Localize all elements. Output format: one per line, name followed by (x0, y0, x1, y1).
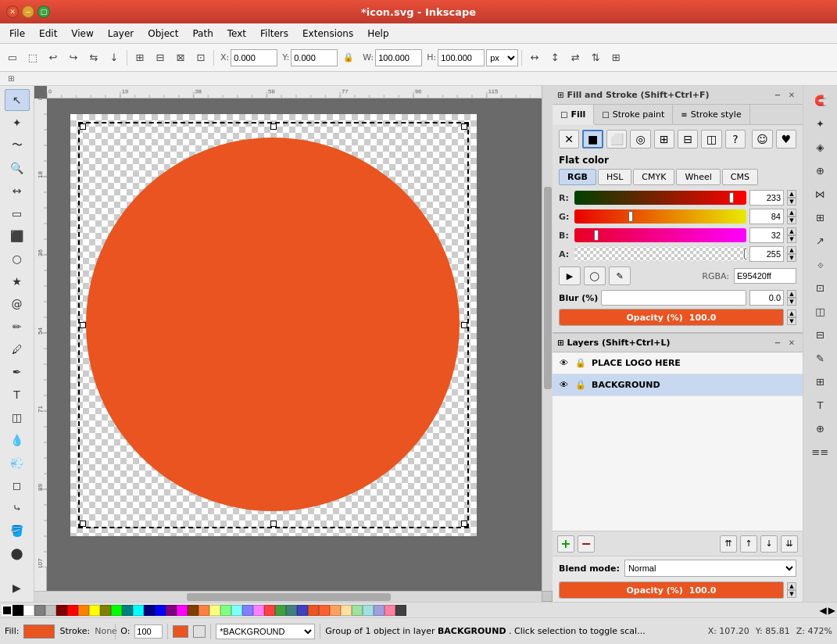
layer-eye-bg[interactable]: 👁 (557, 379, 570, 392)
transform-btn-1[interactable]: ↔ (525, 48, 544, 67)
menu-filters[interactable]: Filters (254, 27, 295, 41)
stop-btn[interactable]: ◯ (584, 267, 606, 285)
palette-dark-gray[interactable] (395, 605, 406, 616)
palette-pale-green[interactable] (352, 605, 363, 616)
palette-ubuntu-orange[interactable] (308, 605, 319, 616)
opacity-slider[interactable]: Opacity (%) 100.0 (559, 309, 784, 326)
tool-calligraphy[interactable]: ✒ (5, 361, 30, 383)
palette-peach[interactable] (330, 605, 341, 616)
tool-fill[interactable]: 🪣 (5, 520, 30, 542)
palette-olive[interactable] (100, 605, 111, 616)
layer-select[interactable]: *BACKGROUND PLACE LOGO HERE (216, 624, 315, 639)
eyedropper-btn[interactable]: ✎ (609, 267, 631, 285)
palette-blue[interactable] (155, 605, 166, 616)
tool-pen[interactable]: 🖊 (5, 338, 30, 360)
layer-eye-logo[interactable]: 👁 (557, 357, 570, 370)
toolbar-icon-2[interactable]: ⬚ (23, 48, 42, 67)
handle-mr[interactable] (461, 322, 467, 328)
fill-stroke-minimize[interactable]: − (771, 89, 784, 102)
snap-btn-15[interactable]: ⊕ (808, 417, 833, 439)
snap-btn-13[interactable]: ⊞ (808, 370, 833, 392)
menu-text[interactable]: Text (221, 27, 252, 41)
fill-pattern-btn[interactable]: ⊟ (678, 130, 698, 148)
palette-green[interactable] (111, 605, 122, 616)
tool-pencil[interactable]: ✏ (5, 316, 30, 338)
w-input[interactable] (375, 49, 422, 66)
tool-gradient[interactable]: ◫ (5, 406, 30, 428)
toolbar-icon-5[interactable]: ⇆ (84, 48, 103, 67)
minimize-button[interactable]: − (22, 5, 34, 18)
snap-btn-12[interactable]: ✎ (808, 347, 833, 369)
tool-zoom[interactable]: 🔍 (5, 157, 30, 179)
palette-lt-cyan[interactable] (231, 605, 242, 616)
fill-stroke-close[interactable]: ✕ (785, 89, 798, 102)
layer-to-top-btn[interactable]: ⇈ (720, 535, 737, 553)
grid-btn[interactable]: ⊞ (606, 48, 625, 67)
tool-node[interactable]: ✦ (5, 112, 30, 134)
palette-yellow[interactable] (89, 605, 100, 616)
close-button[interactable]: ✕ (6, 5, 19, 18)
r-slider[interactable] (574, 191, 746, 205)
snap-btn-2[interactable]: ✦ (808, 113, 833, 134)
blur-up[interactable]: ▲ (787, 290, 796, 298)
snap-btn-4[interactable]: ⊕ (808, 159, 833, 181)
mode-hsl[interactable]: HSL (598, 169, 631, 185)
fill-linear-btn[interactable]: ⬜ (606, 130, 627, 148)
snap-btn-14[interactable]: T (808, 394, 833, 416)
blend-mode-select[interactable]: Normal Multiply Screen Overlay Darken Li… (624, 560, 796, 577)
snap-btn-8[interactable]: ⟐ (808, 253, 833, 275)
palette-left[interactable]: ◀ (820, 605, 827, 616)
blur-down[interactable]: ▼ (787, 298, 796, 306)
menu-path[interactable]: Path (186, 27, 219, 41)
palette-pale-cyan[interactable] (363, 605, 374, 616)
g-down[interactable]: ▼ (787, 216, 796, 224)
tab-stroke-paint[interactable]: □ Stroke paint (594, 105, 673, 124)
tool-eraser[interactable]: ◻ (5, 474, 30, 496)
h-input[interactable] (438, 49, 485, 66)
palette-teal[interactable] (122, 605, 133, 616)
palette-magenta[interactable] (177, 605, 188, 616)
fill-star-btn[interactable]: ♥ (776, 130, 796, 148)
handle-bl[interactable] (80, 521, 86, 527)
menu-object[interactable]: Object (141, 27, 184, 41)
g-up[interactable]: ▲ (787, 209, 796, 216)
layer-row-logo[interactable]: 👁 🔒 PLACE LOGO HERE (553, 352, 803, 374)
toolbar-align-3[interactable]: ⊠ (171, 48, 190, 67)
palette-maroon[interactable] (56, 605, 67, 616)
mode-wheel[interactable]: Wheel (676, 169, 720, 185)
tool-spiral[interactable]: @ (5, 293, 30, 315)
layer-lock-logo[interactable]: 🔒 (574, 357, 587, 370)
fill-color-display[interactable] (173, 625, 188, 638)
menu-view[interactable]: View (65, 27, 99, 41)
snap-btn-5[interactable]: ⋈ (808, 183, 833, 205)
fill-radial-btn[interactable]: ◎ (630, 130, 650, 148)
palette-no-color[interactable]: ✕ (2, 605, 13, 616)
a-down[interactable]: ▼ (787, 254, 796, 262)
fill-unknown-btn[interactable]: ? (725, 130, 746, 148)
palette-red-orange[interactable] (319, 605, 330, 616)
fill-heart-btn[interactable]: ☺ (752, 130, 772, 148)
palette-mid-blue[interactable] (297, 605, 308, 616)
stroke-color-display[interactable] (193, 625, 206, 638)
opacity-down[interactable]: ▼ (787, 317, 796, 325)
snap-btn-11[interactable]: ⊟ (808, 324, 833, 345)
tool-3d-box[interactable]: ⬛ (5, 225, 30, 247)
fill-none-btn[interactable]: ✕ (559, 130, 579, 148)
layer-down-btn[interactable]: ↓ (760, 535, 778, 553)
fill-swatch[interactable] (23, 624, 55, 639)
menu-edit[interactable]: Edit (33, 27, 63, 41)
layers-minimize[interactable]: − (771, 337, 784, 349)
tool-tweak[interactable]: 〜 (5, 134, 30, 156)
palette-navy[interactable] (144, 605, 155, 616)
g-slider[interactable] (574, 209, 746, 224)
layer-opacity-up[interactable]: ▲ (787, 582, 796, 590)
palette-mid-teal[interactable] (286, 605, 297, 616)
a-slider[interactable] (574, 247, 746, 261)
x-input[interactable] (231, 49, 277, 66)
toolbar-icon-1[interactable]: ▭ (3, 48, 22, 67)
snap-btn-10[interactable]: ◫ (808, 300, 833, 322)
palette-orange[interactable] (78, 605, 89, 616)
palette-mid-green[interactable] (275, 605, 286, 616)
menu-layer[interactable]: Layer (102, 27, 140, 41)
tool-circle[interactable]: ○ (5, 248, 30, 270)
